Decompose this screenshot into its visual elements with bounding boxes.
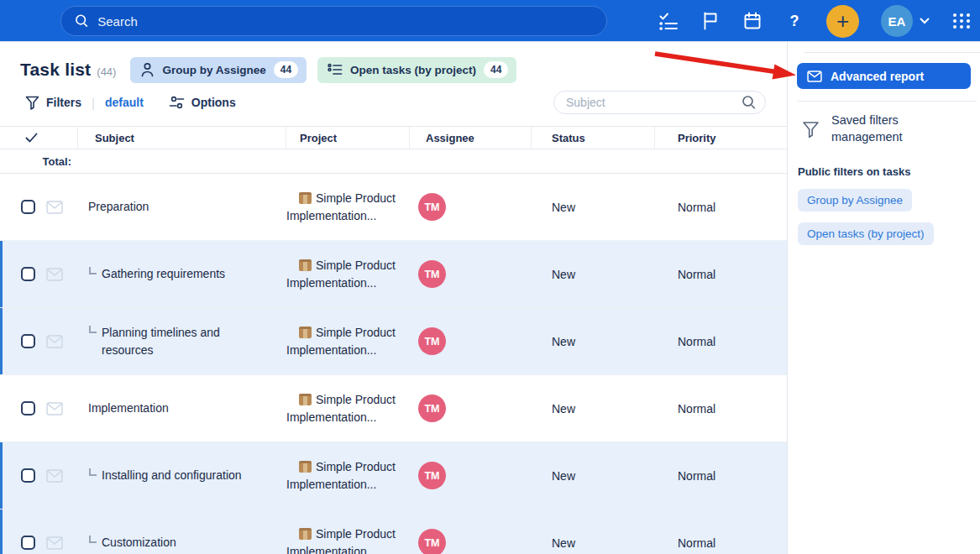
task-subject[interactable]: Gathering requirements xyxy=(102,265,225,282)
task-project[interactable]: Simple Product Implementation... xyxy=(286,324,399,359)
table-row[interactable]: Gathering requirements Simple Product Im… xyxy=(0,241,787,308)
subtask-indicator xyxy=(89,468,97,476)
task-project[interactable]: Simple Product Implementation... xyxy=(286,257,399,292)
table-row[interactable]: Customization Simple Product Implementat… xyxy=(0,510,787,554)
row-checkbox[interactable] xyxy=(21,200,35,214)
subtask-indicator xyxy=(89,326,97,333)
page-title: Task list xyxy=(20,60,91,80)
user-menu[interactable]: EA xyxy=(881,5,930,37)
assignee-avatar[interactable]: TM xyxy=(418,395,446,422)
options-toggle[interactable]: Options xyxy=(169,96,236,109)
options-label: Options xyxy=(191,96,236,109)
column-header-status[interactable]: Status xyxy=(532,127,655,149)
row-checkbox[interactable] xyxy=(21,334,35,348)
search-icon xyxy=(75,13,89,29)
select-all-header[interactable] xyxy=(0,127,78,149)
tasks-icon[interactable] xyxy=(658,11,679,31)
task-project[interactable]: Simple Product Implementation... xyxy=(286,190,399,225)
column-header-priority[interactable]: Priority xyxy=(655,127,787,149)
assignee-avatar[interactable]: TM xyxy=(418,462,446,489)
task-subject[interactable]: Preparation xyxy=(88,198,149,215)
envelope-icon[interactable] xyxy=(46,536,63,550)
filters-label: Filters xyxy=(46,96,81,109)
row-checkbox[interactable] xyxy=(21,401,35,416)
assignee-avatar[interactable]: TM xyxy=(418,529,446,554)
total-label: Total: xyxy=(0,155,78,168)
table-row[interactable]: Planning timelines and resources Simple … xyxy=(0,308,787,375)
filter-preset-default[interactable]: default xyxy=(105,96,144,109)
flag-icon[interactable] xyxy=(700,11,721,31)
user-avatar[interactable]: EA xyxy=(881,5,913,37)
table-body: Preparation Simple Product Implementatio… xyxy=(0,174,787,554)
task-subject[interactable]: Implementation xyxy=(88,400,169,416)
envelope-icon[interactable] xyxy=(46,335,63,348)
task-project[interactable]: Simple Product Implementation... xyxy=(286,525,399,554)
envelope-icon[interactable] xyxy=(46,268,63,281)
saved-filters-label: Saved filters management xyxy=(831,112,939,145)
row-checkbox[interactable] xyxy=(21,536,35,550)
global-search-input[interactable] xyxy=(97,14,593,29)
list-icon xyxy=(328,63,343,76)
advanced-report-button[interactable]: Advanced report xyxy=(797,63,971,89)
page-title-count: (44) xyxy=(97,65,116,78)
task-list-panel: Task list (44) Group by Assignee 44 Open… xyxy=(0,42,787,554)
column-header-assignee[interactable]: Assignee xyxy=(410,127,532,149)
package-icon xyxy=(299,461,312,473)
column-header-subject[interactable]: Subject xyxy=(78,127,286,149)
task-priority: Normal xyxy=(655,402,787,416)
table-row[interactable]: Preparation Simple Product Implementatio… xyxy=(0,174,787,241)
envelope-icon[interactable] xyxy=(46,469,63,483)
filters-toggle[interactable]: Filters xyxy=(25,96,81,110)
column-header-project[interactable]: Project xyxy=(286,127,410,149)
task-project[interactable]: Simple Product Implementation... xyxy=(286,391,399,426)
funnel-icon xyxy=(25,96,39,110)
task-subject[interactable]: Planning timelines and resources xyxy=(102,324,257,358)
envelope-icon[interactable] xyxy=(46,402,63,416)
person-icon xyxy=(140,62,155,77)
task-status: New xyxy=(532,536,655,550)
assignee-avatar[interactable]: TM xyxy=(418,327,446,355)
public-filter-open-tasks[interactable]: Open tasks (by project) xyxy=(798,222,934,245)
task-priority: Normal xyxy=(655,469,787,483)
sliders-icon xyxy=(169,96,185,109)
total-row: Total: xyxy=(0,149,787,174)
task-status: New xyxy=(532,402,655,416)
chevron-down-icon[interactable] xyxy=(920,18,930,24)
envelope-icon[interactable] xyxy=(46,201,63,214)
saved-filters-management[interactable]: Saved filters management xyxy=(802,112,939,145)
apps-grid-icon[interactable] xyxy=(951,11,972,31)
add-button[interactable]: + xyxy=(826,5,859,38)
app-window: ? + EA Task list (44) xyxy=(0,0,980,554)
task-project[interactable]: Simple Product Implementation... xyxy=(286,458,399,494)
public-filter-group-by-assignee[interactable]: Group by Assignee xyxy=(798,189,912,212)
table-row[interactable]: Implementation Simple Product Implementa… xyxy=(0,375,787,442)
task-subject[interactable]: Customization xyxy=(102,534,176,551)
task-status: New xyxy=(532,201,655,214)
right-sidebar: Advanced report Saved filters management… xyxy=(787,42,980,554)
table-header: Subject Project Assignee Status Priority xyxy=(0,126,787,149)
task-priority: Normal xyxy=(655,335,787,348)
public-filters-heading: Public filters on tasks xyxy=(798,165,910,178)
funnel-icon xyxy=(802,121,820,138)
filters-separator: | xyxy=(92,96,95,110)
assignee-avatar[interactable]: TM xyxy=(418,193,446,221)
package-icon xyxy=(299,394,312,405)
calendar-icon[interactable] xyxy=(742,11,763,31)
task-subject[interactable]: Installing and configuration xyxy=(102,467,242,483)
global-search[interactable] xyxy=(60,6,607,36)
search-icon xyxy=(742,95,757,110)
subject-filter[interactable] xyxy=(553,91,766,114)
package-icon xyxy=(299,327,312,338)
filter-chip-group-by-assignee[interactable]: Group by Assignee 44 xyxy=(130,57,307,83)
envelope-icon xyxy=(807,71,822,82)
task-status: New xyxy=(532,268,655,281)
sidebar-divider xyxy=(804,52,980,53)
assignee-avatar[interactable]: TM xyxy=(418,260,446,288)
filter-chip-open-tasks[interactable]: Open tasks (by project) 44 xyxy=(317,57,516,83)
sidebar-divider xyxy=(797,101,977,102)
row-checkbox[interactable] xyxy=(21,468,35,483)
table-row[interactable]: Installing and configuration Simple Prod… xyxy=(0,442,787,510)
row-checkbox[interactable] xyxy=(21,267,35,281)
help-icon[interactable]: ? xyxy=(784,11,804,31)
subject-filter-input[interactable] xyxy=(566,96,742,109)
